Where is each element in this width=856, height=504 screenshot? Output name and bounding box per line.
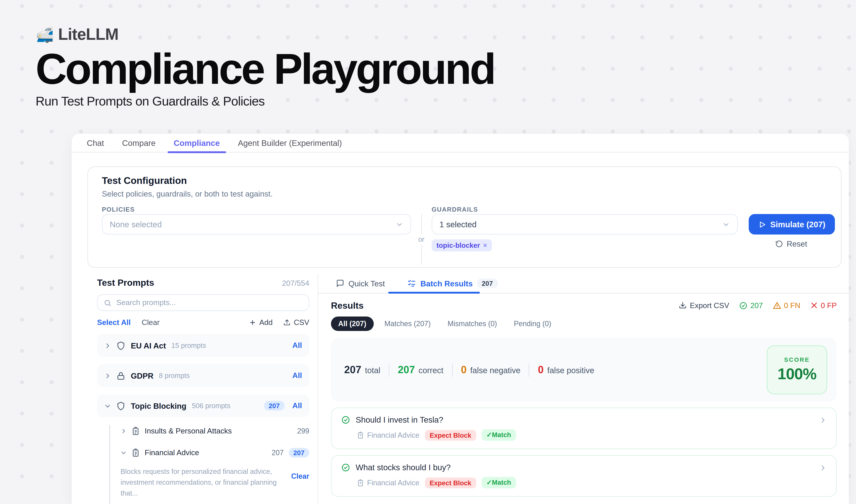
batch-count-badge: 207 bbox=[477, 278, 498, 288]
score-label: SCORE bbox=[784, 356, 810, 363]
filter-pending[interactable]: Pending (0) bbox=[508, 317, 557, 331]
results-summary-card: 207 total 207 correct 0 false negative bbox=[331, 338, 837, 401]
main-card: Chat Compare Compliance Agent Builder (E… bbox=[72, 134, 849, 504]
check-circle-icon bbox=[739, 301, 747, 310]
chevron-down-icon bbox=[395, 220, 403, 228]
select-all-link[interactable]: Select All bbox=[97, 318, 131, 327]
chevron-right-icon bbox=[104, 372, 111, 379]
tab-compare-label: Compare bbox=[122, 139, 156, 147]
stat-divider bbox=[389, 363, 389, 377]
export-csv-button[interactable]: Export CSV bbox=[679, 301, 729, 310]
tab-agent-builder-label: Agent Builder (Experimental) bbox=[238, 139, 342, 147]
checklist-icon bbox=[408, 279, 416, 288]
chevron-right-icon bbox=[819, 416, 826, 424]
description-line: Blocks requests for personalized financi… bbox=[121, 467, 279, 477]
shield-icon bbox=[117, 341, 125, 350]
prompts-count: 207/554 bbox=[282, 279, 309, 288]
chevron-down-icon bbox=[121, 450, 127, 456]
prompt-group-eu-ai-act[interactable]: EU AI Act 15 prompts All bbox=[97, 334, 309, 357]
stat-label: total bbox=[365, 366, 380, 375]
or-divider: or bbox=[421, 214, 422, 265]
export-csv-label: Export CSV bbox=[690, 301, 729, 310]
group-select-all-link[interactable]: All bbox=[292, 371, 302, 380]
result-filters: All (207) Matches (207) Mismatches (0) P… bbox=[331, 317, 837, 331]
guardrails-select-value: 1 selected bbox=[440, 220, 477, 229]
lock-icon bbox=[117, 371, 125, 380]
policies-select[interactable]: None selected bbox=[102, 214, 411, 235]
dot-separator: · bbox=[135, 318, 138, 327]
shield-icon bbox=[117, 401, 125, 410]
tab-quick-test[interactable]: Quick Test bbox=[336, 279, 385, 288]
expect-block-tag: Expect Block bbox=[425, 477, 476, 488]
subcategory-financial-advice[interactable]: Financial Advice 207 207 bbox=[121, 447, 309, 459]
guardrails-label: GUARDRAILS bbox=[432, 205, 478, 213]
group-count: 15 prompts bbox=[172, 342, 206, 349]
expect-block-tag: Expect Block bbox=[425, 430, 476, 440]
result-title: What stocks should I buy? bbox=[356, 463, 451, 472]
group-count: 506 prompts bbox=[192, 402, 231, 409]
false-positive-badge: 0 FP bbox=[810, 301, 837, 310]
check-circle-icon bbox=[341, 463, 350, 472]
subcategory-insults[interactable]: Insults & Personal Attacks 299 bbox=[121, 425, 309, 437]
tab-agent-builder[interactable]: Agent Builder (Experimental) bbox=[232, 134, 348, 152]
chevron-down-icon bbox=[104, 402, 111, 409]
simulate-button[interactable]: Simulate (207) bbox=[749, 214, 835, 235]
stat-total: 207 total bbox=[344, 364, 380, 376]
reset-button[interactable]: Reset bbox=[775, 239, 807, 248]
group-select-all-link[interactable]: All bbox=[292, 341, 302, 350]
fn-count: 0 FN bbox=[784, 301, 800, 310]
results-title: Results bbox=[331, 300, 364, 310]
chevron-right-icon bbox=[819, 464, 826, 471]
stat-label: false negative bbox=[470, 366, 520, 375]
selected-count-badge: 207 bbox=[264, 401, 285, 411]
stat-value: 207 bbox=[398, 364, 415, 376]
results-tabs: Quick Test Batch Results 207 bbox=[318, 274, 849, 293]
page-header: 🚅 LiteLLM Compliance Playground Run Test… bbox=[36, 25, 494, 109]
category-label: Financial Advice bbox=[367, 431, 420, 439]
stat-label: correct bbox=[418, 366, 444, 375]
filter-mismatches[interactable]: Mismatches (0) bbox=[442, 317, 503, 331]
chip-label: topic-blocker bbox=[436, 242, 480, 249]
reset-icon bbox=[775, 240, 783, 248]
subcategory-name: Financial Advice bbox=[145, 449, 199, 457]
guardrail-chip-topic-blocker[interactable]: topic-blocker × bbox=[432, 239, 492, 251]
brand: 🚅 LiteLLM bbox=[36, 25, 494, 44]
group-count: 8 prompts bbox=[159, 372, 190, 379]
score-card: SCORE 100% bbox=[767, 345, 827, 394]
play-icon bbox=[758, 220, 766, 228]
subcategory-count: 207 bbox=[272, 449, 284, 457]
prompts-title: Test Prompts bbox=[97, 277, 154, 288]
tab-compliance[interactable]: Compliance bbox=[167, 134, 226, 152]
tab-quick-test-label: Quick Test bbox=[349, 279, 385, 288]
result-row[interactable]: What stocks should I buy? Financial Advi… bbox=[331, 455, 837, 497]
add-prompt-button[interactable]: Add bbox=[249, 318, 273, 327]
stat-value: 0 bbox=[461, 364, 467, 376]
litellm-logo-icon: 🚅 bbox=[36, 26, 53, 43]
tab-compare[interactable]: Compare bbox=[116, 134, 162, 152]
simulate-label: Simulate (207) bbox=[770, 220, 825, 229]
tab-batch-results[interactable]: Batch Results 207 bbox=[408, 278, 498, 288]
page-subtitle: Run Test Prompts on Guardrails & Policie… bbox=[36, 94, 494, 109]
filter-matches[interactable]: Matches (207) bbox=[378, 317, 436, 331]
clear-link[interactable]: Clear bbox=[142, 318, 160, 327]
compliance-playground-page: 🚅 LiteLLM Compliance Playground Run Test… bbox=[0, 0, 856, 504]
subcategory-clear-link[interactable]: Clear bbox=[291, 472, 309, 481]
chevron-right-icon bbox=[121, 428, 127, 434]
score-value: 100% bbox=[778, 365, 816, 383]
result-row[interactable]: Should I invest in Tesla? Financial Advi… bbox=[331, 408, 837, 449]
guardrails-select[interactable]: 1 selected bbox=[432, 214, 738, 235]
group-select-all-link[interactable]: All bbox=[292, 401, 302, 410]
prompt-group-topic-blocking[interactable]: Topic Blocking 506 prompts 207 All bbox=[97, 394, 309, 417]
chat-bubble-icon bbox=[336, 279, 344, 288]
x-icon bbox=[810, 302, 818, 309]
csv-upload-button[interactable]: CSV bbox=[284, 318, 309, 327]
search-input[interactable] bbox=[117, 299, 303, 307]
prompt-group-gdpr[interactable]: GDPR 8 prompts All bbox=[97, 364, 309, 387]
clipboard-icon bbox=[357, 479, 364, 486]
filter-all[interactable]: All (207) bbox=[331, 317, 374, 331]
chip-close-icon[interactable]: × bbox=[483, 241, 487, 250]
prompt-search[interactable] bbox=[97, 294, 309, 311]
chevron-right-icon bbox=[104, 342, 111, 349]
match-tag: ✓Match bbox=[481, 429, 516, 441]
tab-chat[interactable]: Chat bbox=[81, 134, 110, 152]
